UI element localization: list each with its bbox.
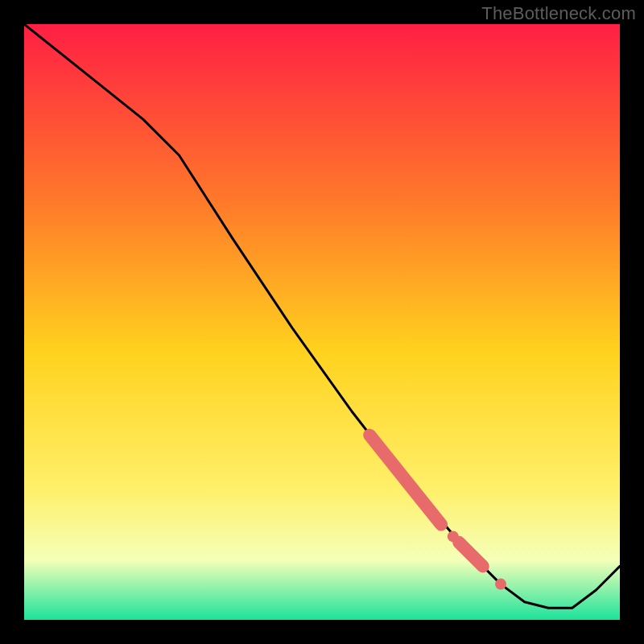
outer-frame: TheBottleneck.com: [0, 0, 644, 644]
watermark-text: TheBottleneck.com: [481, 3, 636, 24]
chart-svg: [24, 24, 620, 620]
gradient-background: [24, 24, 620, 620]
highlight-dot-2: [495, 579, 506, 590]
plot-area: [24, 24, 620, 620]
